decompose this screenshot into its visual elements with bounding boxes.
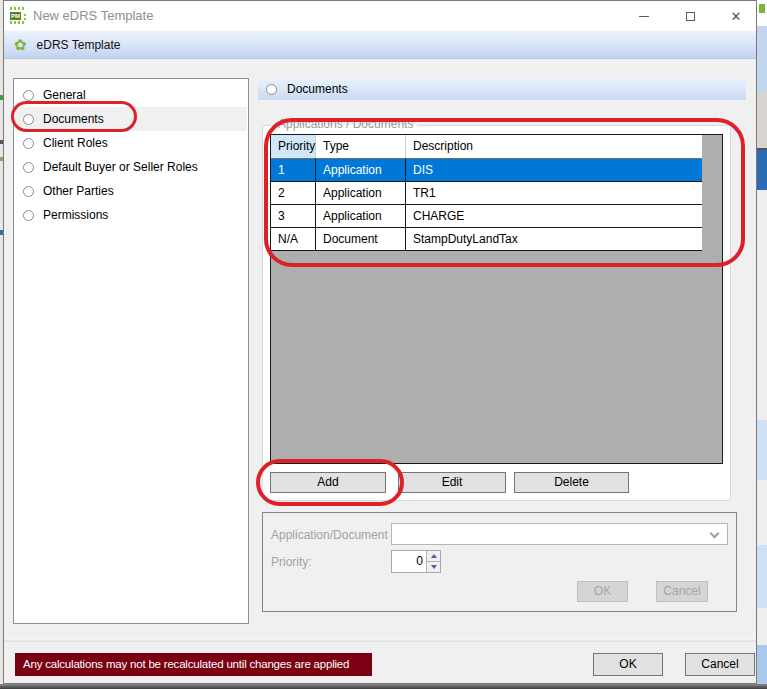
close-button[interactable]: ✕ — [719, 1, 753, 31]
stepper-up-button[interactable] — [427, 551, 440, 562]
sidebar-item-default-buyer-seller-roles[interactable]: Default Buyer or Seller Roles — [15, 155, 247, 179]
flower-icon: ✿ — [14, 37, 27, 52]
maximize-button[interactable] — [673, 1, 707, 31]
app-icon-label: PM — [10, 12, 21, 20]
app-icon: PM — [10, 7, 27, 24]
application-document-label: Application/Document — [271, 524, 388, 546]
chevron-down-icon — [710, 529, 720, 539]
sidebar-item-client-roles[interactable]: Client Roles — [15, 131, 247, 155]
screen: PM New eDRS Template ✕ ✿ eDRS Template G… — [0, 0, 767, 689]
bg-window-part — [757, 420, 767, 480]
radio-icon — [23, 162, 34, 173]
stepper-buttons — [426, 551, 440, 572]
annotation-circle-documents — [11, 101, 137, 132]
background-window-strip — [757, 0, 767, 684]
editor-ok-button: OK — [577, 581, 628, 602]
delete-button[interactable]: Delete — [514, 472, 629, 493]
radio-icon — [23, 90, 34, 101]
bg-window-part — [757, 645, 767, 684]
window-bottom-edge — [0, 684, 767, 689]
sidebar-item-label: Client Roles — [43, 136, 108, 150]
annotation-circle-table — [264, 118, 745, 267]
bg-window-icon — [759, 4, 765, 13]
bg-window-part — [757, 92, 767, 148]
bg-window-part — [757, 26, 767, 92]
priority-stepper[interactable]: 0 — [391, 550, 441, 573]
sidebar-item-label: Other Parties — [43, 184, 114, 198]
status-message-bar: Any calculations may not be recalculated… — [15, 653, 372, 676]
sidebar-item-label: General — [43, 88, 86, 102]
application-document-combobox — [391, 523, 728, 545]
bg-window-part — [757, 150, 767, 190]
annotation-circle-add-button — [256, 459, 404, 506]
sidebar-item-permissions[interactable]: Permissions — [15, 203, 247, 227]
radio-icon — [23, 138, 34, 149]
minimize-button[interactable] — [627, 1, 661, 31]
footer-divider — [4, 638, 756, 642]
sidebar-item-other-parties[interactable]: Other Parties — [15, 179, 247, 203]
sidebar-panel: General Documents Client Roles Default B… — [13, 78, 249, 624]
radio-icon — [23, 210, 34, 221]
window-title: New eDRS Template — [33, 8, 153, 23]
section-title: Documents — [287, 82, 348, 96]
radio-icon — [266, 84, 277, 95]
minimize-icon — [639, 16, 649, 17]
triangle-down-icon — [431, 565, 437, 569]
close-icon: ✕ — [731, 10, 742, 23]
maximize-icon — [686, 12, 695, 21]
stepper-down-button[interactable] — [427, 562, 440, 572]
edit-button[interactable]: Edit — [398, 472, 506, 493]
editor-cancel-button: Cancel — [656, 581, 708, 602]
bg-window-part — [757, 545, 767, 608]
app-icon-dots — [24, 12, 26, 20]
sidebar-item-label: Default Buyer or Seller Roles — [43, 160, 198, 174]
application-document-editor-panel: Application/Document Priority: 0 OK Canc… — [262, 512, 737, 612]
banner-title: eDRS Template — [37, 38, 121, 52]
edrs-template-banner: ✿ eDRS Template — [4, 31, 756, 59]
cancel-button[interactable]: Cancel — [685, 653, 755, 676]
documents-section-header: Documents — [258, 78, 746, 100]
app-icon-dots — [10, 21, 26, 24]
priority-label: Priority: — [271, 551, 312, 573]
priority-value: 0 — [392, 551, 426, 572]
triangle-up-icon — [431, 554, 437, 558]
sidebar-item-label: Permissions — [43, 208, 108, 222]
ok-button[interactable]: OK — [593, 653, 663, 676]
app-icon-dots — [10, 7, 26, 10]
radio-icon — [23, 186, 34, 197]
